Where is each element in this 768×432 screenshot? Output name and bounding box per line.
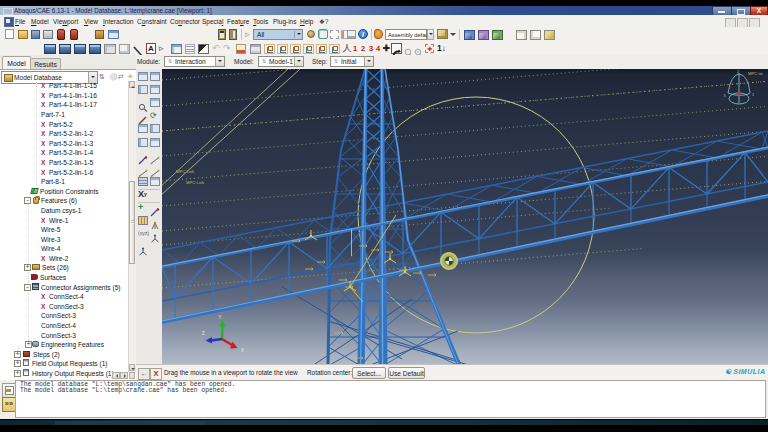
svg-text:Z: Z	[202, 331, 205, 336]
svg-text:MPC Link: MPC Link	[176, 169, 195, 174]
svg-text:X: X	[241, 348, 244, 353]
svg-text:3: 3	[724, 94, 726, 98]
svg-text:2: 2	[737, 70, 739, 74]
svg-text:MPC tie: MPC tie	[748, 71, 764, 76]
svg-text:Y: Y	[219, 315, 222, 320]
svg-text:MPC Link: MPC Link	[186, 180, 205, 185]
svg-text:1: 1	[752, 93, 754, 97]
